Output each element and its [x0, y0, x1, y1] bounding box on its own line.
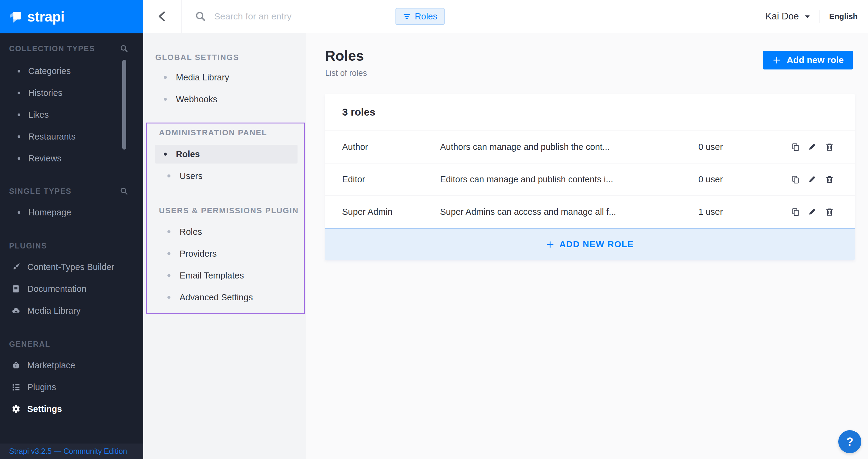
sidebar-item-restaurants[interactable]: Restaurants	[0, 126, 143, 147]
sidebar-item-settings[interactable]: Settings	[0, 398, 143, 420]
bullet-icon	[167, 230, 170, 233]
settings-subnav: GLOBAL SETTINGS Media Library Webhooks A…	[143, 33, 306, 459]
delete-trash-icon[interactable]	[825, 175, 834, 184]
bullet-icon	[18, 114, 20, 116]
caret-down-icon	[804, 14, 810, 19]
bullet-icon	[18, 211, 20, 214]
table-row-super-admin[interactable]: Super Admin Super Admins can access and …	[325, 195, 855, 228]
role-user-count: 0 user	[688, 175, 733, 184]
sidebar-item-content-types-builder[interactable]: Content-Types Builder	[0, 256, 143, 278]
strapi-logo-text: strapi	[27, 8, 64, 25]
bullet-icon	[167, 274, 170, 277]
subnav-item-providers[interactable]: Providers	[147, 243, 304, 265]
cloud-upload-icon	[11, 306, 21, 315]
roles-card-header: 3 roles	[325, 94, 855, 130]
duplicate-icon[interactable]	[791, 208, 800, 217]
search-area: Roles	[182, 0, 457, 33]
edit-pencil-icon[interactable]	[808, 143, 817, 152]
help-button[interactable]: ?	[838, 430, 861, 453]
book-icon	[11, 284, 21, 293]
left-sidebar: strapi COLLECTION TYPES Categories Histo…	[0, 0, 143, 459]
main-content: Roles List of roles Add new role 3 roles…	[306, 33, 868, 459]
role-name: Editor	[342, 175, 440, 184]
sidebar-item-documentation[interactable]: Documentation	[0, 278, 143, 300]
bullet-icon	[164, 76, 167, 79]
role-description: Editors can manage and publish contents …	[440, 175, 688, 184]
row-actions	[791, 175, 834, 184]
subnav-item-up-roles[interactable]: Roles	[147, 221, 304, 243]
section-plugins: PLUGINS	[0, 239, 143, 253]
version-link[interactable]: Strapi v3.2.5 — Community Edition	[9, 447, 127, 456]
user-menu[interactable]: Kai Doe	[766, 11, 810, 22]
sidebar-item-reviews[interactable]: Reviews	[0, 147, 143, 169]
sidebar-item-plugins[interactable]: Plugins	[0, 376, 143, 398]
subnav-item-email-templates[interactable]: Email Templates	[147, 265, 304, 286]
sidebar-item-categories[interactable]: Categories	[0, 60, 143, 82]
table-row-editor[interactable]: Editor Editors can manage and publish co…	[325, 163, 855, 195]
edit-pencil-icon[interactable]	[808, 208, 817, 217]
bullet-icon	[18, 157, 20, 160]
top-bar-right: Kai Doe English	[457, 0, 868, 33]
filter-icon	[403, 12, 411, 20]
search-icon[interactable]	[120, 187, 128, 195]
add-new-role-footer-button[interactable]: ADD NEW ROLE	[325, 228, 855, 260]
paintbrush-icon	[11, 263, 21, 272]
row-actions	[791, 208, 834, 217]
page-subtitle: List of roles	[325, 68, 367, 78]
duplicate-icon[interactable]	[791, 175, 800, 184]
subnav-item-webhooks[interactable]: Webhooks	[143, 88, 306, 110]
sidebar-item-histories[interactable]: Histories	[0, 82, 143, 104]
strapi-logo[interactable]: strapi	[0, 0, 143, 33]
table-row-author[interactable]: Author Authors can manage and publish th…	[325, 130, 855, 163]
strapi-logo-icon	[8, 10, 23, 24]
search-icon	[195, 11, 206, 22]
bullet-icon	[167, 252, 170, 255]
edit-pencil-icon[interactable]	[808, 175, 817, 184]
subnav-item-media-library[interactable]: Media Library	[143, 66, 306, 88]
chevron-left-icon	[157, 10, 168, 23]
section-collection-types: COLLECTION TYPES	[0, 41, 143, 56]
subnav-section-global-settings: GLOBAL SETTINGS	[143, 50, 306, 65]
role-description: Authors can manage and publish the cont.…	[440, 142, 688, 152]
search-input[interactable]	[214, 11, 360, 22]
row-actions	[791, 143, 834, 152]
page-title: Roles	[325, 47, 364, 64]
subnav-item-users[interactable]: Users	[147, 165, 304, 187]
bullet-icon	[164, 98, 167, 101]
role-user-count: 0 user	[688, 142, 733, 152]
search-icon[interactable]	[120, 44, 128, 53]
subnav-section-administration-panel: ADMINISTRATION PANEL	[147, 125, 304, 140]
role-user-count: 1 user	[688, 207, 733, 217]
duplicate-icon[interactable]	[791, 143, 800, 152]
question-mark-icon: ?	[846, 435, 853, 448]
delete-trash-icon[interactable]	[825, 143, 834, 152]
plus-icon	[772, 56, 781, 65]
sidebar-item-marketplace[interactable]: Marketplace	[0, 354, 143, 376]
sidebar-item-likes[interactable]: Likes	[0, 104, 143, 126]
section-single-types: SINGLE TYPES	[0, 184, 143, 198]
roles-count: 3 roles	[342, 106, 375, 118]
sidebar-footer: Strapi v3.2.5 — Community Edition	[0, 443, 143, 459]
add-new-role-button[interactable]: Add new role	[763, 51, 853, 69]
bullet-icon	[18, 70, 20, 72]
divider	[819, 10, 820, 23]
sidebar-item-media-library[interactable]: Media Library	[0, 300, 143, 322]
plus-icon	[546, 240, 554, 249]
sidebar-item-homepage[interactable]: Homepage	[0, 202, 143, 223]
subnav-item-roles-active[interactable]: Roles	[155, 145, 298, 163]
gear-icon	[11, 404, 21, 414]
delete-trash-icon[interactable]	[825, 208, 834, 217]
role-name: Super Admin	[342, 207, 440, 217]
filter-chip-roles[interactable]: Roles	[396, 8, 445, 25]
language-selector[interactable]: English	[829, 12, 858, 21]
roles-card: 3 roles Author Authors can manage and pu…	[325, 94, 855, 260]
subnav-item-advanced-settings[interactable]: Advanced Settings	[147, 286, 304, 308]
sidebar-scrollbar[interactable]	[122, 60, 126, 150]
list-icon	[11, 382, 21, 392]
admin-panel-highlight-box: ADMINISTRATION PANEL Roles Users USERS &…	[146, 123, 305, 314]
strapi-admin-app: strapi COLLECTION TYPES Categories Histo…	[0, 0, 868, 459]
section-general: GENERAL	[0, 337, 143, 351]
back-button[interactable]	[143, 0, 182, 33]
bullet-icon	[18, 135, 20, 138]
subnav-section-users-permissions: USERS & PERMISSIONS PLUGIN	[147, 203, 304, 218]
